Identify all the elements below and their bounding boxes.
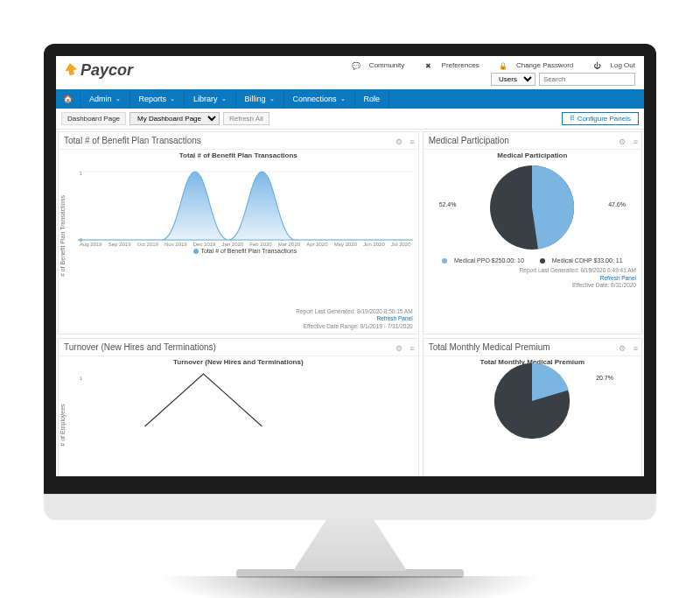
y-axis-label: # of Employees	[60, 404, 66, 446]
change-password-link[interactable]: 🔒Change Password	[490, 61, 573, 69]
chart-title: Total # of Benefit Plan Transactions	[59, 150, 418, 159]
gear-icon[interactable]: ⚙	[619, 344, 626, 353]
nav-role[interactable]: Role	[355, 89, 390, 109]
search-input[interactable]	[539, 73, 635, 86]
line-chart: 1	[78, 369, 413, 431]
svg-text:1: 1	[80, 171, 82, 176]
refresh-panel-link[interactable]: Refresh Panel	[429, 275, 636, 282]
chart-legend: Total # of Benefit Plan Transactions	[78, 247, 413, 257]
panel-benefit-transactions: Total # of Benefit Plan Transactions ⚙ ≡…	[58, 131, 419, 334]
pie-chart	[493, 362, 571, 440]
panel-monthly-premium: Total Monthly Medical Premium ⚙ ≡ Total …	[423, 338, 642, 476]
community-link[interactable]: 💬Community	[343, 61, 404, 69]
panel-medical-participation: Medical Participation ⚙ ≡ Medical Partic…	[423, 131, 642, 334]
report-generated: Report Last Generated: 8/19/2020 6:49:41…	[429, 267, 636, 274]
panel-turnover: Turnover (New Hires and Terminations) ⚙ …	[58, 338, 419, 476]
menu-icon[interactable]: ≡	[634, 344, 638, 353]
panel-title: Medical Participation	[424, 132, 641, 150]
y-axis-label: # of Benefit Plan Transactions	[60, 195, 66, 277]
pie-label-a: 20.7%	[596, 375, 613, 381]
report-generated: Report Last Generated: 8/19/2020 8:50:15…	[64, 308, 413, 315]
main-nav: 🏠 Admin⌄ Reports⌄ Library⌄ Billing⌄ Conn…	[56, 89, 644, 109]
menu-icon[interactable]: ≡	[410, 344, 414, 353]
menu-icon[interactable]: ≡	[634, 137, 638, 146]
chart-title: Turnover (New Hires and Terminations)	[59, 356, 418, 366]
user-selector[interactable]: Users	[491, 73, 536, 86]
effective-range: Effective Date Range: 8/1/2019 - 7/31/20…	[64, 323, 413, 330]
effective-date: Effective Date: 8/31/2020	[429, 282, 636, 289]
refresh-all-button[interactable]: Refresh All	[223, 112, 270, 125]
brand-logo: Paycor	[65, 61, 133, 80]
nav-home[interactable]: 🏠	[56, 89, 80, 109]
panel-title: Turnover (New Hires and Terminations)	[59, 339, 418, 356]
panel-title: Total Monthly Medical Premium	[424, 339, 641, 356]
gear-icon[interactable]: ⚙	[619, 137, 626, 146]
area-chart: 0 1	[78, 163, 413, 242]
pie-label-b: 47.6%	[608, 201, 626, 208]
refresh-panel-link[interactable]: Refresh Panel	[64, 315, 413, 322]
gear-icon[interactable]: ⚙	[396, 137, 402, 146]
breadcrumb: Dashboard Page	[61, 112, 126, 125]
pie-legend: Medical PPO $250.00: 10 Medical CDHP $33…	[424, 256, 641, 265]
pie-chart	[488, 164, 576, 251]
nav-admin[interactable]: Admin⌄	[80, 89, 130, 109]
chart-title: Medical Participation	[424, 150, 641, 159]
logout-link[interactable]: ⏻Log Out	[584, 61, 635, 69]
nav-reports[interactable]: Reports⌄	[130, 89, 186, 109]
dashboard-page-select[interactable]: My Dashboard Page	[130, 112, 220, 125]
gear-icon[interactable]: ⚙	[396, 344, 402, 353]
preferences-link[interactable]: ✖Preferences	[416, 61, 480, 69]
menu-icon[interactable]: ≡	[410, 137, 414, 146]
nav-library[interactable]: Library⌄	[185, 89, 236, 109]
nav-billing[interactable]: Billing⌄	[236, 89, 284, 109]
svg-text:1: 1	[80, 376, 82, 381]
panel-title: Total # of Benefit Plan Transactions	[59, 132, 418, 150]
configure-panels-button[interactable]: Configure Panels	[562, 112, 639, 125]
pie-label-a: 52.4%	[439, 201, 457, 208]
nav-connections[interactable]: Connections⌄	[284, 89, 355, 109]
